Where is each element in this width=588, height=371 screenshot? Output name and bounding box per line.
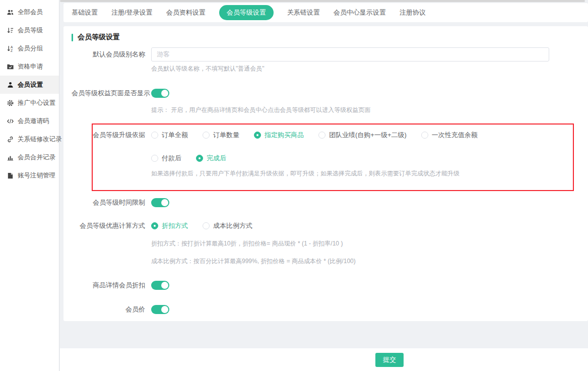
member-price-label: 会员价 (72, 305, 151, 314)
field-default-level-name: 默认会员级别名称 (72, 47, 580, 61)
upgrade-basis-highlight-box: 会员等级升级依据 订单全额 订单数量 指定购买商品 团队业绩(自购+一级+二级) (92, 123, 574, 191)
sidebar-item-promotion-center[interactable]: 推广中心设置 (0, 94, 59, 112)
sidebar-item-member-level[interactable]: 会员等级 (0, 21, 59, 39)
field-time-limit: 会员等级时间限制 (72, 198, 580, 207)
default-level-name-help: 会员默认等级名称，不填写默认"普通会员" (151, 65, 580, 73)
main-area: 基础设置 注册/登录设置 会员资料设置 会员等级设置 关系链设置 会员中心显示设… (63, 0, 588, 321)
settings-tabbar: 基础设置 注册/登录设置 会员资料设置 会员等级设置 关系链设置 会员中心显示设… (63, 3, 588, 22)
default-level-name-input[interactable] (151, 47, 549, 61)
radio-circle (151, 132, 158, 139)
users-icon (7, 9, 14, 16)
sidebar-item-label: 会员分组 (18, 44, 43, 53)
discount-mode-help: 折扣方式：按打折计算最高10折，折扣价格= 商品现价 * (1 - 折扣率/10… (151, 239, 580, 248)
member-price-toggle[interactable] (151, 305, 169, 314)
gear-icon (7, 99, 14, 107)
sort-alpha-icon: AZ (7, 45, 14, 52)
tab-register-agreement[interactable]: 注册协议 (400, 8, 426, 17)
toggle-knob (161, 199, 168, 206)
bar-chart-icon (7, 154, 14, 161)
field-member-price: 会员价 (72, 305, 580, 314)
toggle-knob (161, 306, 168, 313)
sidebar-item-label: 关系链修改记录 (18, 135, 62, 144)
sidebar: 全部会员 会员等级 AZ 会员分组 资格申请 会员设置 推广中心设置 会员邀请码… (0, 0, 59, 371)
sidebar-item-relation-log[interactable]: 关系链修改记录 (0, 130, 59, 148)
radio-circle (203, 222, 210, 229)
upgrade-basis-help: 如果选择付款后，只要用户下单付款满足升级依据，即可升级；如果选择完成后，则表示需… (151, 169, 573, 178)
section-title-bar (72, 34, 73, 41)
section-title: 会员等级设置 (72, 33, 580, 42)
tab-member-profile-settings[interactable]: 会员资料设置 (166, 8, 206, 17)
radio-circle (318, 132, 325, 139)
link-icon (7, 136, 14, 143)
user-icon (7, 81, 14, 89)
section-title-text: 会员等级设置 (78, 33, 120, 42)
sidebar-item-label: 账号注销管理 (18, 171, 55, 180)
sidebar-item-merge-log[interactable]: 会员合并记录 (0, 148, 59, 166)
file-icon (7, 172, 14, 179)
sidebar-item-qualification[interactable]: 资格申请 (0, 57, 59, 76)
cost-ratio-help: 成本比例方式：按百分比计算最高999%, 折扣价格 = 商品成本价 * (比例/… (151, 257, 580, 266)
sidebar-item-account-cancel[interactable]: 账号注销管理 (0, 166, 59, 184)
sidebar-item-label: 会员合并记录 (18, 153, 55, 162)
sort-numeric-icon (7, 27, 14, 34)
radio-one-time-recharge[interactable]: 一次性充值余额 (421, 131, 478, 140)
detail-discount-label: 商品详情会员折扣 (72, 281, 151, 290)
toggle-knob (161, 282, 168, 289)
field-upgrade-timing: 付款后 完成后 (93, 154, 573, 163)
time-limit-label: 会员等级时间限制 (72, 198, 151, 207)
radio-order-amount[interactable]: 订单全额 (151, 131, 188, 140)
radio-order-count[interactable]: 订单数量 (203, 131, 239, 140)
rights-page-toggle[interactable] (151, 89, 169, 98)
sidebar-item-invite-code[interactable]: 会员邀请码 (0, 112, 59, 130)
radio-after-completion[interactable]: 完成后 (196, 154, 226, 163)
radio-circle (196, 155, 203, 162)
tab-relation-chain-settings[interactable]: 关系链设置 (287, 8, 320, 17)
folder-check-icon (7, 63, 14, 71)
sidebar-item-label: 推广中心设置 (18, 99, 55, 107)
tab-member-level-settings[interactable]: 会员等级设置 (219, 5, 274, 20)
discount-calc-label: 会员等级优惠计算方式 (72, 221, 151, 230)
horizontal-scrollbar[interactable] (60, 0, 585, 2)
radio-circle (203, 132, 210, 139)
sidebar-item-member-group[interactable]: AZ 会员分组 (0, 39, 59, 57)
time-limit-toggle[interactable] (151, 198, 169, 207)
settings-card: 会员等级设置 默认会员级别名称 会员默认等级名称，不填写默认"普通会员" 会员等… (63, 26, 588, 321)
tab-register-login-settings[interactable]: 注册/登录设置 (111, 8, 153, 17)
sidebar-item-label: 会员设置 (18, 81, 43, 89)
tab-member-center-display[interactable]: 会员中心显示设置 (334, 8, 386, 17)
sidebar-item-label: 会员邀请码 (18, 117, 49, 126)
toggle-knob (161, 90, 168, 97)
radio-specified-products[interactable]: 指定购买商品 (254, 131, 304, 140)
radio-circle (151, 222, 158, 229)
radio-team-performance[interactable]: 团队业绩(自购+一级+二级) (318, 131, 407, 140)
sidebar-item-all-members[interactable]: 全部会员 (0, 3, 59, 21)
radio-circle (421, 132, 428, 139)
tab-basic-settings[interactable]: 基础设置 (72, 8, 98, 17)
field-rights-page-visible: 会员等级权益页面是否显示 (72, 89, 580, 98)
upgrade-basis-label: 会员等级升级依据 (93, 131, 151, 140)
svg-text:Z: Z (11, 48, 13, 52)
default-level-name-label: 默认会员级别名称 (72, 50, 151, 59)
radio-circle (254, 132, 261, 139)
radio-after-payment[interactable]: 付款后 (151, 154, 181, 163)
code-icon (7, 117, 14, 125)
radio-discount-mode[interactable]: 折扣方式 (151, 221, 188, 230)
rights-page-help: 提示： 开启，用户在商品详情页和会员中心点击会员等级都可以进入等级权益页面 (151, 106, 580, 114)
field-detail-discount: 商品详情会员折扣 (72, 281, 580, 290)
sidebar-item-label: 资格申请 (18, 63, 43, 71)
field-discount-calc: 会员等级优惠计算方式 折扣方式 成本比例方式 (72, 221, 580, 230)
submit-footer: 提交 (60, 348, 588, 371)
sidebar-item-member-settings[interactable]: 会员设置 (0, 76, 59, 94)
radio-circle (151, 155, 158, 162)
submit-button[interactable]: 提交 (375, 353, 404, 367)
rights-page-label: 会员等级权益页面是否显示 (72, 89, 151, 98)
field-upgrade-basis: 会员等级升级依据 订单全额 订单数量 指定购买商品 团队业绩(自购+一级+二级) (93, 131, 573, 140)
radio-cost-ratio-mode[interactable]: 成本比例方式 (203, 221, 252, 230)
sidebar-item-label: 会员等级 (18, 26, 43, 35)
detail-discount-toggle[interactable] (151, 281, 169, 290)
sidebar-item-label: 全部会员 (18, 8, 43, 17)
